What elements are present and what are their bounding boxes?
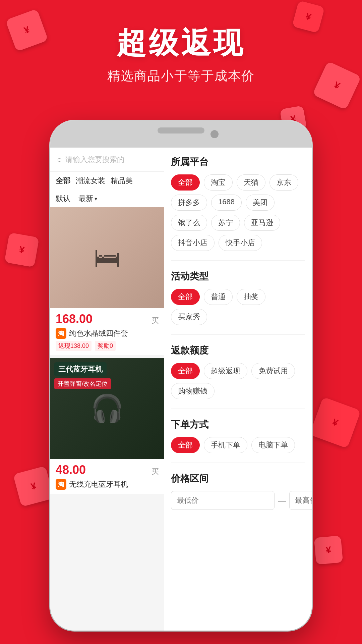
cat-tab-all[interactable]: 全部	[56, 176, 70, 186]
platform-tag-1688[interactable]: 1688	[211, 195, 242, 211]
activity-tag-normal[interactable]: 普通	[204, 289, 233, 305]
cashback-tag-all[interactable]: 全部	[171, 363, 200, 379]
divider-4	[171, 463, 305, 463]
platform-tag-kuaishou[interactable]: 快手小店	[219, 235, 262, 251]
product-price-earbuds: 48.00	[56, 463, 86, 477]
activity-tag-buyershow[interactable]: 买家秀	[171, 309, 207, 325]
divider-2	[171, 334, 305, 335]
overlay-title: 三代蓝牙耳机	[54, 362, 107, 376]
order-tag-mobile[interactable]: 手机下单	[204, 437, 247, 453]
platform-tag-pinduoduo[interactable]: 拼多多	[171, 195, 207, 211]
price-min-input[interactable]	[171, 491, 275, 510]
sort-default[interactable]: 默认	[56, 194, 70, 204]
product-info-bed: 168.00 买 淘 纯色水晶绒四件套 返现138.00 奖励0	[50, 308, 164, 355]
search-placeholder-text: 请输入您要搜索的	[65, 155, 158, 165]
filter-price-title: 价格区间	[171, 472, 305, 485]
divider-1	[171, 260, 305, 261]
app-content: ○ 请输入您要搜索的 全部 潮流女装 精品美 默认 最新 ▾	[50, 148, 312, 631]
cashback-tag-earn[interactable]: 购物赚钱	[171, 383, 215, 399]
cat-tab-women[interactable]: 潮流女装	[76, 176, 105, 186]
phone-mockup: ○ 请输入您要搜索的 全部 潮流女装 精品美 默认 最新 ▾	[50, 121, 312, 631]
platform-tag-amazon[interactable]: 亚马逊	[244, 215, 280, 231]
subtitle: 精选商品小于等于成本价	[0, 67, 362, 85]
price-max-input[interactable]	[289, 491, 312, 510]
activity-tag-lottery[interactable]: 抽奖	[237, 289, 265, 305]
product-name-earbuds: 无线充电蓝牙耳机	[69, 479, 128, 489]
product-info-earbuds: 48.00 买 淘 无线充电蓝牙耳机	[50, 459, 164, 494]
filter-section-order: 下单方式 全部 手机下单 电脑下单	[171, 418, 305, 453]
main-title: 超级返现	[0, 27, 362, 59]
product-name-row-bed: 淘 纯色水晶绒四件套	[56, 328, 159, 339]
phone-frame: ○ 请输入您要搜索的 全部 潮流女装 精品美 默认 最新 ▾	[50, 121, 312, 631]
filter-cashback-tags: 全部 超级返现 免费试用 购物赚钱	[171, 363, 305, 399]
filter-order-tags: 全部 手机下单 电脑下单	[171, 437, 305, 453]
product-name-bed: 纯色水晶绒四件套	[69, 328, 128, 338]
filter-section-price: 价格区间 —	[171, 472, 305, 510]
platform-badge-taobao-2: 淘	[56, 479, 66, 490]
filter-section-platform: 所属平台 全部 淘宝 天猫 京东 拼多多 1688 美团 饿了么 苏宁 亚马逊 …	[171, 156, 305, 251]
filter-order-title: 下单方式	[171, 418, 305, 431]
product-overlay: 三代蓝牙耳机 开盖弹窗/改名定位	[50, 358, 164, 393]
cat-tab-boutique[interactable]: 精品美	[111, 176, 133, 186]
activity-tag-all[interactable]: 全部	[171, 289, 200, 305]
platform-tag-eleme[interactable]: 饿了么	[171, 215, 207, 231]
search-bar[interactable]: ○ 请输入您要搜索的	[50, 148, 164, 172]
filter-cashback-title: 返款额度	[171, 344, 305, 357]
cashback-tag-bed: 返现138.00	[56, 341, 92, 351]
filter-section-cashback: 返款额度 全部 超级返现 免费试用 购物赚钱	[171, 344, 305, 399]
buy-button-earbuds[interactable]: 买	[152, 467, 159, 477]
header-section: 超级返现 精选商品小于等于成本价	[0, 0, 362, 85]
coin-decor-5	[4, 232, 39, 267]
coin-decor-8	[314, 536, 343, 565]
product-image-bed	[50, 207, 164, 308]
product-image-earbuds: 三代蓝牙耳机 开盖弹窗/改名定位	[50, 358, 164, 459]
phone-camera	[210, 130, 219, 138]
category-tabs: 全部 潮流女装 精品美	[50, 172, 164, 190]
filter-activity-title: 活动类型	[171, 270, 305, 283]
product-price-bed: 168.00	[56, 312, 93, 326]
platform-tag-taobao[interactable]: 淘宝	[204, 174, 233, 191]
price-range: —	[171, 491, 305, 510]
coin-decor-6	[13, 466, 54, 507]
phone-notch	[158, 127, 204, 133]
filter-activity-tags: 全部 普通 抽奖 买家秀	[171, 289, 305, 325]
platform-badge-taobao: 淘	[56, 328, 66, 339]
coin-decor-7	[309, 397, 361, 448]
platform-tag-jingdong[interactable]: 京东	[269, 174, 298, 191]
sort-bar: 默认 最新 ▾	[50, 190, 164, 207]
search-icon: ○	[57, 155, 62, 164]
platform-tag-meituan[interactable]: 美团	[246, 195, 275, 211]
platform-tag-all[interactable]: 全部	[171, 174, 200, 191]
order-tag-all[interactable]: 全部	[171, 437, 200, 453]
product-card-bed: 168.00 买 淘 纯色水晶绒四件套 返现138.00 奖励0	[50, 207, 164, 355]
platform-tag-tianmao[interactable]: 天猫	[237, 174, 265, 191]
cashback-row-bed: 返现138.00 奖励0	[56, 341, 159, 351]
cashback-tag-super[interactable]: 超级返现	[204, 363, 247, 379]
phone-top-bar	[50, 121, 312, 148]
product-name-row-earbuds: 淘 无线充电蓝牙耳机	[56, 479, 159, 490]
sort-newest[interactable]: 最新 ▾	[78, 194, 97, 204]
platform-tag-douyin[interactable]: 抖音小店	[171, 235, 215, 251]
filter-platform-tags: 全部 淘宝 天猫 京东 拼多多 1688 美团 饿了么 苏宁 亚马逊 抖音小店 …	[171, 174, 305, 251]
filter-platform-title: 所属平台	[171, 156, 305, 168]
product-card-earbuds: 三代蓝牙耳机 开盖弹窗/改名定位 48.00 买 淘 无线充电蓝牙耳机	[50, 358, 164, 494]
reward-tag-bed: 奖励0	[95, 341, 116, 351]
divider-3	[171, 409, 305, 409]
buy-button-bed[interactable]: 买	[152, 316, 159, 326]
order-tag-pc[interactable]: 电脑下单	[251, 437, 295, 453]
overlay-sub: 开盖弹窗/改名定位	[54, 378, 111, 389]
left-panel: ○ 请输入您要搜索的 全部 潮流女装 精品美 默认 最新 ▾	[50, 148, 164, 631]
filter-section-activity: 活动类型 全部 普通 抽奖 买家秀	[171, 270, 305, 325]
cashback-tag-free[interactable]: 免费试用	[251, 363, 295, 379]
price-dash: —	[278, 496, 286, 505]
right-panel: 所属平台 全部 淘宝 天猫 京东 拼多多 1688 美团 饿了么 苏宁 亚马逊 …	[164, 148, 312, 631]
chevron-down-icon: ▾	[95, 196, 97, 202]
platform-tag-suning[interactable]: 苏宁	[211, 215, 240, 231]
